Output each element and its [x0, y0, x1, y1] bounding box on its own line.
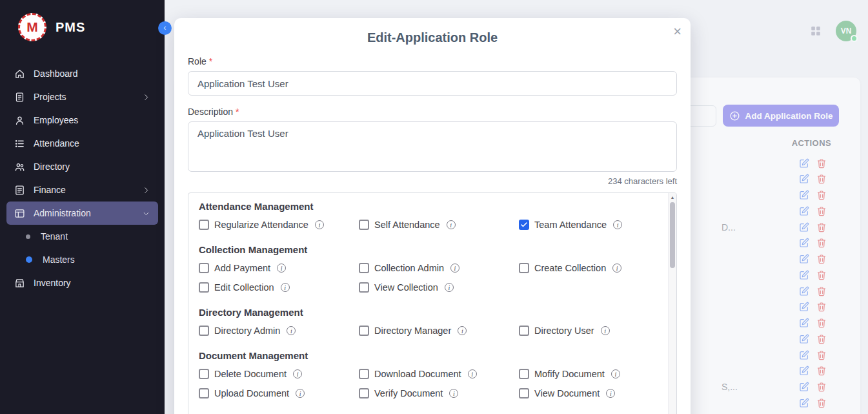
sidebar-subitem-masters[interactable]: Masters: [6, 248, 158, 271]
permission-item-view-collection[interactable]: View Collectioni: [359, 281, 519, 294]
permissions-scrollbar[interactable]: ▲ ▼: [668, 193, 676, 414]
permission-item-verify-document[interactable]: Verify Documenti: [359, 387, 519, 400]
permission-label: Upload Document: [214, 388, 289, 398]
sidebar-item-label: Dashboard: [34, 68, 78, 79]
role-input[interactable]: [188, 71, 677, 96]
sidebar-item-label: Directory: [34, 161, 70, 172]
info-icon[interactable]: i: [458, 326, 467, 335]
sidebar-nav: DashboardProjectsEmployeesAttendanceDire…: [0, 53, 165, 295]
checkbox[interactable]: [359, 220, 369, 230]
list-icon: [14, 138, 25, 149]
info-icon[interactable]: i: [613, 220, 622, 229]
bullet-icon: [26, 256, 32, 263]
info-icon[interactable]: i: [293, 369, 302, 378]
permission-item-directory-user[interactable]: Directory Useri: [519, 324, 658, 337]
permission-item-download-document[interactable]: Download Documenti: [359, 367, 519, 380]
permission-item-mofify-document[interactable]: Mofify Documenti: [519, 367, 658, 380]
description-textarea[interactable]: Application Test User: [188, 121, 677, 172]
kanban-icon: [14, 92, 25, 103]
info-icon[interactable]: i: [449, 389, 458, 398]
checkbox[interactable]: [519, 388, 529, 398]
info-icon[interactable]: i: [287, 326, 296, 335]
permission-label: Download Document: [374, 369, 461, 379]
permission-label: View Document: [534, 388, 600, 398]
checkbox[interactable]: [519, 220, 529, 230]
info-icon[interactable]: i: [450, 264, 459, 273]
permission-item-upload-document[interactable]: Upload Documenti: [199, 387, 359, 400]
sidebar-item-employees[interactable]: Employees: [6, 109, 158, 132]
role-label-text: Role: [188, 56, 207, 67]
sidebar-subitem-tenant[interactable]: Tenant: [6, 225, 158, 248]
info-icon[interactable]: i: [447, 220, 456, 229]
logo-text: PMS: [56, 20, 85, 35]
required-asterisk: *: [236, 107, 239, 117]
checkbox[interactable]: [199, 282, 209, 293]
info-icon[interactable]: i: [612, 264, 621, 273]
info-icon[interactable]: i: [606, 389, 615, 398]
checkbox[interactable]: [359, 282, 369, 293]
sidebar-item-inventory[interactable]: Inventory: [6, 271, 158, 295]
sidebar-item-administration[interactable]: Administration: [6, 202, 158, 225]
description-label: Description *: [188, 106, 677, 118]
permission-item-directory-manager[interactable]: Directory Manageri: [359, 324, 519, 337]
permission-item-collection-admin[interactable]: Collection Admini: [359, 262, 519, 274]
permission-label: Regularize Attendance: [214, 220, 308, 230]
permission-item-view-document[interactable]: View Documenti: [519, 387, 658, 400]
checkbox[interactable]: [519, 263, 529, 273]
sidebar: M PMS DashboardProjectsEmployeesAttendan…: [0, 0, 165, 414]
checkbox[interactable]: [199, 388, 209, 398]
sidebar-item-directory[interactable]: Directory: [6, 155, 158, 178]
bullet-icon: [26, 234, 30, 239]
logo-letter: M: [26, 19, 38, 35]
info-icon[interactable]: i: [601, 326, 610, 335]
permission-label: Verify Document: [374, 388, 443, 398]
sidebar-item-label: Employees: [34, 115, 78, 125]
sidebar-collapse-button[interactable]: ‹: [158, 21, 172, 35]
sidebar-item-attendance[interactable]: Attendance: [6, 132, 158, 155]
permission-item-team-attendance[interactable]: Team Attendancei: [519, 218, 658, 231]
permission-item-directory-admin[interactable]: Directory Admini: [199, 324, 359, 337]
info-icon[interactable]: i: [445, 283, 454, 292]
checkbox[interactable]: [519, 326, 529, 336]
permission-section-title: Directory Management: [199, 307, 658, 318]
finance-icon: [14, 185, 25, 196]
checkbox[interactable]: [519, 369, 529, 379]
permission-item-add-payment[interactable]: Add Paymenti: [199, 262, 359, 274]
description-label-text: Description: [188, 107, 233, 117]
sidebar-item-dashboard[interactable]: Dashboard: [6, 62, 158, 85]
checkbox[interactable]: [359, 326, 369, 336]
info-icon[interactable]: i: [611, 369, 620, 378]
sidebar-item-finance[interactable]: Finance: [6, 178, 158, 202]
checkbox[interactable]: [199, 263, 209, 273]
permission-label: Directory Manager: [374, 326, 451, 336]
permission-item-regularize-attendance[interactable]: Regularize Attendancei: [199, 218, 359, 231]
permission-item-self-attendance[interactable]: Self Attendancei: [359, 218, 519, 231]
store-icon: [14, 278, 25, 289]
checkbox[interactable]: [359, 369, 369, 379]
person-icon: [14, 115, 25, 126]
check-icon: [520, 221, 528, 229]
permission-item-create-collection[interactable]: Create Collectioni: [519, 262, 658, 274]
scroll-down-icon[interactable]: ▼: [669, 411, 676, 414]
checkbox[interactable]: [199, 326, 209, 336]
permission-item-edit-collection[interactable]: Edit Collectioni: [199, 281, 359, 294]
info-icon[interactable]: i: [468, 369, 477, 378]
info-icon[interactable]: i: [281, 283, 290, 292]
checkbox[interactable]: [199, 220, 209, 230]
scroll-up-icon[interactable]: ▲: [669, 193, 676, 202]
checkbox[interactable]: [359, 263, 369, 273]
permission-section-title: Document Management: [199, 350, 658, 362]
info-icon[interactable]: i: [277, 264, 286, 273]
close-icon[interactable]: ×: [673, 25, 681, 39]
sidebar-item-projects[interactable]: Projects: [6, 85, 158, 109]
permission-item-delete-document[interactable]: Delete Documenti: [199, 367, 359, 380]
info-icon[interactable]: i: [296, 389, 305, 398]
scrollbar-thumb[interactable]: [670, 202, 675, 268]
checkbox[interactable]: [199, 369, 209, 379]
permission-label: Directory User: [534, 326, 594, 336]
permission-label: Team Attendance: [534, 220, 607, 230]
info-icon[interactable]: i: [315, 220, 324, 229]
checkbox[interactable]: [359, 388, 369, 398]
pms-logo-icon: M: [18, 13, 46, 41]
permissions-content: Attendance ManagementRegularize Attendan…: [188, 193, 676, 405]
